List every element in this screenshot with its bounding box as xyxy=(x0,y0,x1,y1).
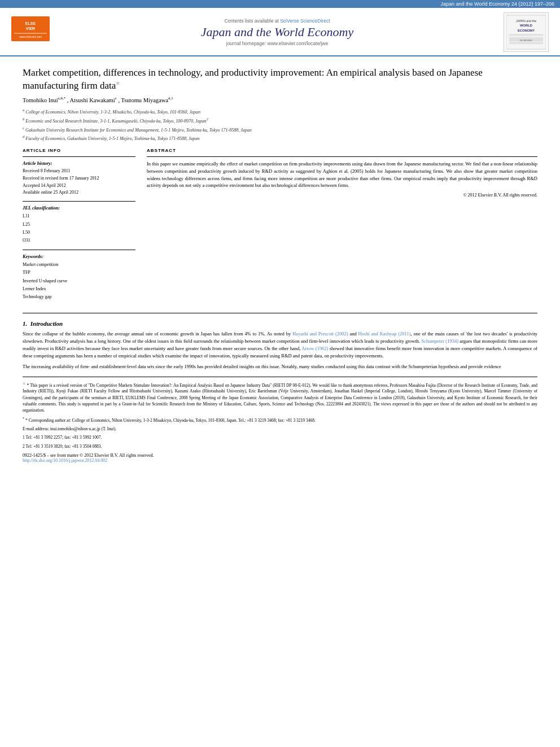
jel-codes: L11 L25 L50 O31 xyxy=(23,212,135,245)
svg-text:JAPAN and the: JAPAN and the xyxy=(516,19,536,23)
article-info-header: ARTICLE INFO xyxy=(23,148,135,153)
article-info-column: ARTICLE INFO Article history: Received 8… xyxy=(23,148,135,306)
affiliations: a College of Economics, Nihon University… xyxy=(23,107,537,142)
svg-text:ELSEVIER: ELSEVIER xyxy=(520,39,532,42)
article-dates: Received 8 February 2011 Received in rev… xyxy=(23,168,135,196)
svg-text:ECONOMY: ECONOMY xyxy=(518,29,535,32)
title-star: ☆ xyxy=(116,81,120,86)
jel-l11: L11 xyxy=(23,212,135,220)
svg-text:WORLD: WORLD xyxy=(520,24,532,27)
jel-section: JEL classification: L11 L25 L50 O31 xyxy=(23,205,135,245)
keyword-3: Inverted U-shaped curve xyxy=(23,277,135,285)
jel-divider xyxy=(23,201,135,202)
keywords-label: Keywords: xyxy=(23,254,135,259)
affiliation-c: c Gakushuin University Research Institut… xyxy=(23,125,537,134)
elsevier-logo: ELSE VIER www.elsevier.com xyxy=(11,16,51,49)
keywords-section: Keywords: Market competition TFP Inverte… xyxy=(23,254,135,302)
ref-hoshi: Hoshi and Kashyap (2011) xyxy=(358,331,410,337)
journal-logo-box: JAPAN and the WORLD ECONOMY ELSEVIER xyxy=(504,12,549,52)
keywords-list: Market competition TFP Inverted U-shaped… xyxy=(23,261,135,302)
footnote-1: 1 Tel: +81 3 5992 2257; fax: +81 3 5992 … xyxy=(23,434,537,440)
footnote-2: 2 Tel: +81 3 3519 3820; fax: +81 3 3504 … xyxy=(23,443,537,449)
section-divider xyxy=(23,313,537,313)
article-info-divider xyxy=(23,156,135,157)
ref-hayashi: Hayashi and Prescott (2002) xyxy=(292,331,348,337)
star-footnote: ☆ * This paper is a revised version of "… xyxy=(23,381,537,414)
svg-text:www.elsevier.com: www.elsevier.com xyxy=(19,35,42,38)
issn-line: 0922-1425/$ – see front matter © 2012 El… xyxy=(23,453,537,458)
affiliation-a: a College of Economics, Nihon University… xyxy=(23,107,537,116)
bottom-links: 0922-1425/$ – see front matter © 2012 El… xyxy=(23,453,537,463)
doi-line: http://dx.doi.org/10.1016/j.japwor.2012.… xyxy=(23,458,537,463)
journal-header: ELSE VIER www.elsevier.com Contents list… xyxy=(0,8,560,56)
email-footnote: E-mail address: inui.tomohiko@nihon-u.ac… xyxy=(23,426,537,432)
ref-schumpeter: Schumpeter (1934) xyxy=(421,338,458,344)
received-date: Received 8 February 2011 xyxy=(23,168,135,175)
main-content: Market competition, differences in techn… xyxy=(0,56,560,469)
copyright-line: © 2012 Elsevier B.V. All rights reserved… xyxy=(147,193,537,198)
introduction-section: 1. Introduction Since the collapse of th… xyxy=(23,320,537,371)
intro-paragraph-2: The increasing availability of firm- and… xyxy=(23,363,537,370)
keyword-4: Lerner Index xyxy=(23,285,135,293)
authors-line: Tomohiko Inuia,b,* , Atsushi Kawakamic ,… xyxy=(23,96,537,103)
journal-header-center: Contents lists available at SciVerse Sci… xyxy=(56,18,498,46)
jel-l25: L25 xyxy=(23,221,135,229)
history-label: Article history: xyxy=(23,160,135,166)
two-column-section: ARTICLE INFO Article history: Received 8… xyxy=(23,148,537,306)
jel-l50: L50 xyxy=(23,229,135,237)
ref-arrow: Arrow (1962) xyxy=(301,346,328,351)
journal-homepage: journal homepage: www.elsevier.com/locat… xyxy=(56,41,498,46)
footnote-area: ☆ * This paper is a revised version of "… xyxy=(23,377,537,449)
svg-text:ELSE: ELSE xyxy=(25,21,36,25)
online-date: Available online 25 April 2012 xyxy=(23,189,135,196)
journal-logo-image: JAPAN and the WORLD ECONOMY ELSEVIER xyxy=(506,15,546,50)
corresponding-footnote: * * Corresponding author at: College of … xyxy=(23,416,537,423)
paper-title: Market competition, differences in techn… xyxy=(23,67,537,93)
journal-title-header: Japan and the World Economy xyxy=(56,25,498,40)
abstract-header: ABSTRACT xyxy=(147,148,537,153)
abstract-divider xyxy=(147,156,537,157)
elsevier-logo-svg: ELSE VIER www.elsevier.com xyxy=(11,16,50,47)
revised-date: Received in revised form 17 January 2012 xyxy=(23,175,135,182)
jel-o31: O31 xyxy=(23,237,135,244)
keywords-divider xyxy=(23,250,135,250)
abstract-column: ABSTRACT In this paper we examine empiri… xyxy=(147,148,537,306)
journal-reference-bar: Japan and the World Economy 24 (2012) 19… xyxy=(0,0,560,8)
affiliation-d: d Faculty of Economics, Gakushuin Univer… xyxy=(23,134,537,142)
keyword-2: TFP xyxy=(23,269,135,277)
affiliation-b: b Economic and Social Research Institute… xyxy=(23,116,537,125)
sciverse-link[interactable]: SciVerse ScienceDirect xyxy=(280,18,330,24)
sciverse-line: Contents lists available at SciVerse Sci… xyxy=(56,18,498,24)
accepted-date: Accepted 14 April 2012 xyxy=(23,182,135,190)
keyword-1: Market competition xyxy=(23,261,135,269)
svg-text:VIER: VIER xyxy=(26,27,35,30)
jel-label: JEL classification: xyxy=(23,205,135,211)
journal-reference-text: Japan and the World Economy 24 (2012) 19… xyxy=(441,1,554,7)
intro-title: 1. Introduction xyxy=(23,320,537,327)
intro-paragraph-1: Since the collapse of the bubble economy… xyxy=(23,330,537,360)
keyword-5: Technology gap xyxy=(23,293,135,301)
abstract-text: In this paper we examine empirically the… xyxy=(147,160,537,189)
